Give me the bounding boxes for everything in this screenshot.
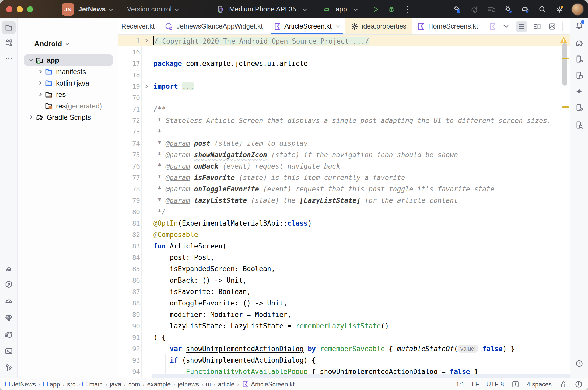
layout-inspector-icon[interactable] — [574, 120, 584, 130]
editor-tab-ArticleScreen.kt[interactable]: ArticleScreen.kt× — [268, 18, 345, 34]
breadcrumb-item-jetnews[interactable]: jetnews — [178, 380, 199, 388]
tree-item-app[interactable]: app — [18, 54, 118, 66]
profiler-gauge-icon[interactable] — [4, 296, 14, 306]
run-tool-icon[interactable] — [4, 279, 14, 289]
logcat-icon[interactable] — [4, 329, 14, 340]
breadcrumb-item-ArticleScreen-kt[interactable]: ArticleScreen.kt — [242, 380, 295, 388]
device-link-icon[interactable] — [574, 102, 584, 113]
problems-icon[interactable] — [574, 358, 584, 369]
run-button[interactable] — [370, 4, 381, 14]
settings-icon[interactable] — [554, 4, 565, 14]
warning-stripe-mark[interactable] — [562, 106, 569, 108]
gemini-icon[interactable] — [574, 86, 584, 96]
device-manager-icon[interactable] — [574, 54, 584, 64]
breadcrumb-item-article[interactable]: article — [218, 380, 234, 388]
editor-column: Receiver.ktJetnewsGlanceAppWidget.ktArti… — [118, 18, 570, 378]
lock-open-icon[interactable] — [559, 380, 567, 388]
line-number: 73 — [118, 128, 141, 136]
breadcrumb-item-com[interactable]: com — [128, 380, 140, 388]
caret-position[interactable]: 1:1 — [456, 380, 465, 388]
breadcrumb-item-example[interactable]: example — [147, 380, 171, 388]
inspection-warning-icon[interactable] — [559, 36, 568, 44]
project-view-selector[interactable]: Android — [34, 39, 62, 48]
indent-style[interactable]: 4 spaces — [527, 380, 552, 388]
chevron-down-icon[interactable] — [108, 7, 114, 12]
minimize-window-button[interactable] — [17, 6, 23, 12]
editor-tab-JetnewsGlanceAppWidget.kt[interactable]: JetnewsGlanceAppWidget.kt — [160, 18, 268, 34]
chevron-down-icon[interactable] — [27, 57, 35, 64]
breadcrumb-item-JetNews[interactable]: JetNews — [5, 380, 36, 388]
code-text: onToggleFavorite: () -> Unit, — [152, 299, 570, 307]
inspections-widget-icon[interactable] — [511, 380, 520, 388]
line-separator[interactable]: LF — [472, 380, 479, 388]
tree-item-Gradle-Scripts[interactable]: Gradle Scripts — [18, 112, 118, 123]
chevron-down-icon[interactable] — [174, 7, 179, 12]
tree-item-res[interactable]: res — [18, 89, 118, 100]
notifications-icon[interactable] — [574, 21, 584, 31]
editor-tab-idea.properties[interactable]: idea.properties — [345, 18, 412, 34]
user-avatar[interactable] — [571, 3, 584, 15]
breadcrumb-item-ui[interactable]: ui — [206, 380, 211, 388]
app-quality-insights-icon[interactable] — [4, 313, 14, 323]
sync-lines-icon[interactable] — [486, 4, 496, 14]
build-icon[interactable] — [452, 4, 462, 14]
gradle-sync-icon[interactable] — [520, 4, 530, 14]
running-devices-icon[interactable] — [574, 70, 584, 80]
terminal-icon[interactable] — [4, 346, 14, 356]
breadcrumb-item-src[interactable]: src — [67, 380, 75, 388]
version-control-icon[interactable] — [4, 363, 14, 373]
run-configuration-selector[interactable]: app — [336, 5, 347, 13]
attach-debugger-icon[interactable] — [503, 4, 513, 14]
chevron-down-icon[interactable] — [65, 41, 70, 47]
code-editor[interactable]: 1/ Copyright 2020 The Android Open Sourc… — [118, 35, 570, 378]
gradle-icon[interactable] — [574, 38, 584, 48]
image-view-icon[interactable] — [547, 21, 557, 31]
maximize-window-button[interactable] — [27, 6, 33, 12]
breadcrumb-item-java[interactable]: java — [110, 380, 121, 388]
close-window-button[interactable] — [6, 6, 12, 12]
file-encoding[interactable]: UTF-8 — [486, 380, 504, 388]
list-view-icon[interactable] — [516, 20, 527, 32]
tree-item-manifests[interactable]: manifests — [18, 66, 118, 77]
breadcrumb-separator: › — [38, 381, 40, 387]
breadcrumb-item-app[interactable]: app — [43, 380, 60, 388]
error-circle-icon[interactable] — [575, 380, 583, 388]
project-name-menu[interactable]: JetNews — [78, 5, 106, 13]
code-token: class — [288, 219, 308, 227]
search-icon[interactable] — [537, 4, 548, 14]
code-token: ( — [454, 345, 458, 352]
editor-tab-hidden[interactable] — [483, 18, 501, 34]
horizontal-scrollbar[interactable] — [152, 374, 570, 378]
chevron-down-icon[interactable] — [501, 21, 511, 31]
profiler-icon[interactable] — [469, 4, 479, 14]
chevron-right-icon[interactable] — [37, 91, 44, 98]
device-selector[interactable]: Medium Phone API 35 — [229, 5, 296, 13]
close-tab-icon[interactable]: × — [336, 22, 340, 30]
debug-button[interactable] — [386, 4, 397, 14]
editor-tab-Receiver.kt[interactable]: Receiver.kt — [118, 18, 160, 34]
fold-chevron-icon[interactable] — [141, 38, 152, 43]
split-view-icon[interactable] — [532, 21, 542, 31]
breadcrumb-item-main[interactable]: main — [82, 380, 103, 388]
more-vert-icon[interactable] — [567, 21, 570, 31]
project-logo: JN — [62, 3, 74, 15]
more-vert-icon[interactable]: ⋮ — [403, 4, 411, 14]
chevron-right-icon[interactable] — [37, 79, 44, 87]
resource-manager-icon[interactable] — [4, 37, 14, 48]
fold-chevron-icon[interactable] — [141, 83, 152, 89]
editor-tab-HomeScreens.kt[interactable]: HomeScreens.kt — [412, 18, 483, 34]
tree-spacer — [37, 102, 44, 109]
vertical-scrollbar-thumb[interactable] — [562, 43, 567, 86]
warning-stripe-mark[interactable] — [562, 58, 569, 59]
chevron-down-icon[interactable] — [353, 7, 358, 12]
chevron-right-icon[interactable] — [27, 114, 35, 121]
code-token: @param — [166, 185, 190, 193]
tree-item-res[interactable]: res (generated) — [18, 100, 118, 112]
chevron-right-icon[interactable] — [37, 68, 44, 75]
vcs-menu[interactable]: Version control — [127, 5, 172, 13]
project-folder-icon[interactable] — [2, 21, 16, 34]
app-inspection-icon[interactable] — [4, 263, 14, 273]
chevron-down-icon[interactable] — [303, 7, 308, 12]
tree-item-kotlin-java[interactable]: kotlin+java — [18, 77, 118, 89]
more-dots-icon[interactable] — [4, 53, 14, 64]
